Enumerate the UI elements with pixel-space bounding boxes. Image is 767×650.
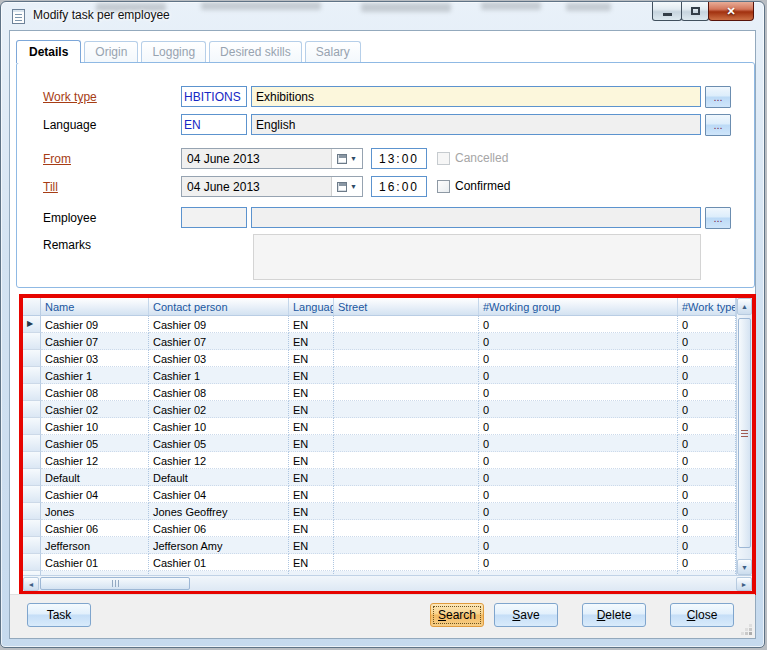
title-bar[interactable]: Modify task per employee — [1, 2, 764, 30]
language-browse-button[interactable]: ... — [705, 114, 731, 136]
table-cell[interactable]: 0 — [479, 350, 678, 367]
table-cell[interactable] — [334, 401, 479, 418]
work-type-value-input[interactable] — [251, 86, 701, 107]
scroll-right-button[interactable]: ► — [736, 577, 752, 591]
employee-browse-button[interactable]: ... — [705, 207, 731, 229]
from-calendar-dropdown-button[interactable]: ▼ — [331, 149, 362, 168]
table-cell[interactable] — [334, 418, 479, 435]
table-cell[interactable]: 0 — [678, 520, 736, 537]
table-row[interactable]: JonesJones GeoffreyEN00 — [23, 503, 736, 520]
column-header[interactable]: #Work type — [678, 298, 736, 315]
row-selector[interactable] — [23, 435, 41, 452]
minimize-button[interactable] — [652, 2, 682, 21]
employee-value-input[interactable] — [251, 207, 701, 228]
table-row[interactable]: Cashier 01Cashier 01EN00 — [23, 554, 736, 571]
resize-grip-icon[interactable] — [749, 632, 752, 635]
scroll-left-button[interactable]: ◄ — [23, 577, 39, 591]
table-cell[interactable]: EN — [289, 316, 334, 333]
table-cell[interactable]: EN — [289, 554, 334, 571]
table-cell[interactable]: 0 — [479, 469, 678, 486]
table-cell[interactable]: 0 — [479, 520, 678, 537]
table-cell[interactable]: Cashier 07 — [149, 333, 289, 350]
table-cell[interactable]: 0 — [678, 401, 736, 418]
table-cell[interactable]: 0 — [678, 537, 736, 554]
row-selector[interactable] — [23, 452, 41, 469]
table-cell[interactable]: EN — [289, 537, 334, 554]
table-cell[interactable]: 0 — [678, 435, 736, 452]
table-row[interactable]: JeffersonJefferson AmyEN00 — [23, 537, 736, 554]
table-cell[interactable]: Cashier 04 — [41, 486, 149, 503]
table-cell[interactable]: 0 — [479, 401, 678, 418]
table-row[interactable]: Cashier 04Cashier 04EN00 — [23, 486, 736, 503]
table-cell[interactable]: EN — [289, 435, 334, 452]
close-button[interactable]: Close — [670, 603, 734, 627]
column-header[interactable]: Language — [289, 298, 334, 315]
table-cell[interactable]: 0 — [678, 554, 736, 571]
table-row[interactable]: Cashier 02Cashier 02EN00 — [23, 401, 736, 418]
table-cell[interactable]: EN — [289, 367, 334, 384]
till-calendar-dropdown-button[interactable]: ▼ — [331, 177, 362, 196]
table-row[interactable]: Cashier 12Cashier 12EN00 — [23, 452, 736, 469]
table-cell[interactable]: Cashier 02 — [41, 401, 149, 418]
table-cell[interactable]: Default — [41, 469, 149, 486]
table-cell[interactable] — [334, 537, 479, 554]
table-cell[interactable]: 0 — [479, 367, 678, 384]
table-cell[interactable]: 0 — [479, 333, 678, 350]
table-cell[interactable]: Cashier 10 — [41, 418, 149, 435]
table-cell[interactable]: Cashier 12 — [41, 452, 149, 469]
table-cell[interactable]: 0 — [678, 503, 736, 520]
table-cell[interactable]: 0 — [678, 452, 736, 469]
task-button[interactable]: Task — [27, 603, 91, 627]
tab-desired-skills[interactable]: Desired skills — [209, 41, 302, 62]
table-row[interactable]: DefaultDefaultEN00 — [23, 469, 736, 486]
language-value-input[interactable] — [251, 114, 701, 135]
table-cell[interactable]: 0 — [479, 554, 678, 571]
table-cell[interactable]: Cashier 02 — [149, 401, 289, 418]
table-cell[interactable]: Cashier 07 — [41, 333, 149, 350]
column-header[interactable]: Street — [334, 298, 479, 315]
till-time-input[interactable] — [371, 176, 427, 197]
table-row[interactable]: Cashier 06Cashier 06EN00 — [23, 520, 736, 537]
table-cell[interactable] — [334, 452, 479, 469]
row-selector[interactable] — [23, 384, 41, 401]
from-date-picker[interactable]: 04 June 2013 ▼ — [181, 148, 363, 169]
row-selector[interactable] — [23, 401, 41, 418]
table-cell[interactable] — [334, 350, 479, 367]
table-cell[interactable]: Cashier 08 — [149, 384, 289, 401]
row-selector[interactable] — [23, 367, 41, 384]
tab-logging[interactable]: Logging — [141, 41, 206, 62]
table-cell[interactable]: EN — [289, 486, 334, 503]
column-header[interactable]: Contact person — [149, 298, 289, 315]
table-cell[interactable]: Cashier 01 — [149, 554, 289, 571]
row-selector[interactable] — [23, 537, 41, 554]
table-cell[interactable]: Cashier 08 — [41, 384, 149, 401]
table-cell[interactable] — [334, 333, 479, 350]
table-cell[interactable] — [334, 469, 479, 486]
table-cell[interactable]: Default — [149, 469, 289, 486]
table-cell[interactable]: 0 — [678, 333, 736, 350]
table-cell[interactable]: EN — [289, 452, 334, 469]
table-cell[interactable]: Cashier 06 — [149, 520, 289, 537]
employee-code-input[interactable] — [181, 207, 247, 228]
row-selector[interactable] — [23, 333, 41, 350]
table-cell[interactable]: 0 — [678, 367, 736, 384]
vertical-scrollbar-thumb[interactable] — [738, 318, 751, 548]
confirmed-checkbox[interactable]: Confirmed — [437, 179, 510, 193]
row-selector[interactable] — [23, 486, 41, 503]
row-selector[interactable] — [23, 503, 41, 520]
table-cell[interactable]: Cashier 10 — [149, 418, 289, 435]
table-cell[interactable]: EN — [289, 503, 334, 520]
table-cell[interactable]: 0 — [479, 384, 678, 401]
till-date-picker[interactable]: 04 June 2013 ▼ — [181, 176, 363, 197]
table-cell[interactable] — [334, 367, 479, 384]
delete-button[interactable]: Delete — [582, 603, 646, 627]
table-row[interactable]: ▶Cashier 09Cashier 09EN00 — [23, 316, 736, 333]
table-cell[interactable]: EN — [289, 333, 334, 350]
language-code-input[interactable] — [181, 114, 247, 135]
maximize-button[interactable] — [681, 2, 709, 21]
table-row[interactable]: Cashier 05Cashier 05EN00 — [23, 435, 736, 452]
table-cell[interactable]: Cashier 05 — [149, 435, 289, 452]
table-cell[interactable]: Jones — [41, 503, 149, 520]
table-cell[interactable]: Cashier 09 — [41, 316, 149, 333]
row-selector[interactable] — [23, 350, 41, 367]
